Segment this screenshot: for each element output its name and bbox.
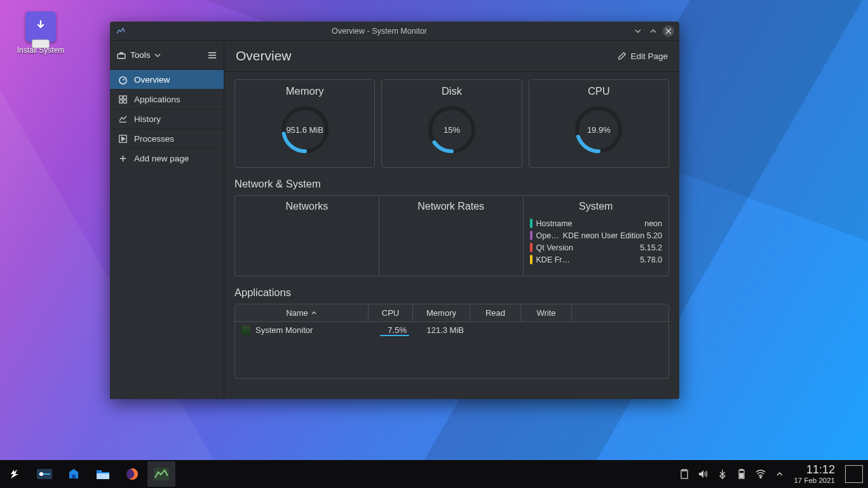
hamburger-menu[interactable] [207, 50, 217, 60]
column-header-spacer [572, 304, 668, 322]
sidebar-item-add-page[interactable]: Add new page [110, 149, 224, 168]
page-title: Overview [236, 48, 292, 64]
system-key: KDE Frameworks Version [536, 255, 574, 264]
grid-icon [118, 94, 128, 104]
desktop-icon-install-system[interactable]: Install System [14, 11, 67, 55]
svg-rect-3 [123, 95, 126, 98]
sidebar-item-processes[interactable]: Processes [110, 129, 224, 149]
column-header-write[interactable]: Write [521, 304, 572, 322]
app-memory: 121.3 MiB [413, 325, 470, 335]
system-col: System Hostname neon Ope… KDE neon User … [524, 196, 668, 276]
app-icon [241, 326, 250, 335]
system-value: neon [576, 219, 663, 228]
bluetooth-icon[interactable] [717, 469, 728, 479]
taskbar: 11:12 17 Feb 2021 [0, 460, 868, 488]
color-bar [530, 243, 532, 252]
system-tray [679, 469, 789, 479]
titlebar[interactable]: Overview - System Monitor [110, 22, 679, 41]
disk-value: 15% [423, 101, 480, 158]
memory-gauge: 951.6 MiB [276, 101, 334, 158]
sidebar-item-label: Processes [134, 134, 174, 144]
system-value: KDE neon User Edition 5.20 [563, 231, 662, 240]
sidebar-item-label: Applications [134, 95, 180, 104]
taskbar-settings-icon[interactable] [31, 461, 58, 487]
volume-icon[interactable] [698, 469, 709, 479]
applications-table: Name CPU Memory Read Write System Monito… [234, 304, 669, 379]
window-title: Overview - System Monitor [126, 27, 632, 36]
taskbar-discover-icon[interactable] [60, 461, 88, 487]
cpu-gauge: 19.9% [570, 101, 627, 158]
app-cpu: 7.5% [369, 325, 413, 335]
svg-point-25 [760, 477, 761, 478]
color-bar [530, 231, 532, 240]
column-header-cpu[interactable]: CPU [369, 304, 413, 322]
svg-rect-24 [740, 473, 743, 478]
taskbar-firefox-icon[interactable] [118, 461, 146, 487]
disk-card: Disk 15% [381, 79, 522, 168]
taskbar-files-icon[interactable] [89, 461, 117, 487]
maximize-button[interactable] [648, 25, 659, 37]
chevron-down-icon [154, 52, 161, 58]
tools-menu[interactable]: Tools [116, 50, 161, 60]
main-panel: Overview Edit Page Memory 951.6 MiB [224, 41, 679, 399]
system-title: System [530, 201, 662, 212]
show-desktop-button[interactable] [845, 465, 863, 483]
app-icon [115, 25, 126, 37]
svg-rect-23 [740, 469, 743, 470]
clipboard-icon[interactable] [679, 469, 689, 479]
system-info-row: Hostname neon [530, 217, 662, 229]
svg-rect-4 [119, 100, 122, 103]
sidebar: Tools Overview Applications [110, 41, 224, 399]
disk-gauge: 15% [423, 101, 480, 158]
column-header-name[interactable]: Name [235, 304, 369, 322]
system-value: 5.15.2 [577, 243, 662, 252]
svg-rect-0 [118, 54, 125, 58]
network-rates-title: Network Rates [386, 201, 517, 212]
network-icon[interactable] [756, 469, 766, 479]
column-header-memory[interactable]: Memory [413, 304, 470, 322]
sort-asc-icon [311, 310, 317, 316]
svg-rect-17 [97, 473, 109, 479]
svg-rect-2 [119, 95, 122, 98]
minimize-button[interactable] [632, 25, 644, 37]
line-chart-icon [118, 114, 128, 124]
table-header: Name CPU Memory Read Write [235, 304, 668, 322]
sidebar-item-history[interactable]: History [110, 109, 224, 129]
clock[interactable]: 11:12 17 Feb 2021 [789, 463, 840, 485]
disk-card-title: Disk [387, 85, 516, 97]
system-value: 5.78.0 [578, 255, 662, 264]
edit-page-label: Edit Page [630, 51, 668, 61]
network-rates-col: Network Rates [379, 196, 524, 276]
clock-time: 11:12 [794, 463, 835, 477]
system-info-row: Ope… KDE neon User Edition 5.20 [530, 229, 662, 241]
battery-icon[interactable] [736, 469, 747, 479]
tray-expand-icon[interactable] [775, 469, 785, 479]
sidebar-item-overview[interactable]: Overview [110, 70, 224, 90]
toolbox-icon [116, 50, 126, 60]
networks-title: Networks [241, 201, 372, 212]
start-menu-button[interactable] [1, 461, 29, 487]
network-system-panel: Networks Network Rates System Hostname n… [234, 195, 669, 276]
table-row[interactable]: System Monitor 7.5% 121.3 MiB [235, 322, 668, 338]
svg-rect-5 [123, 100, 126, 103]
memory-value: 951.6 MiB [276, 101, 334, 158]
system-info-row: Qt Version 5.15.2 [530, 241, 662, 254]
sidebar-item-applications[interactable]: Applications [110, 90, 224, 109]
column-header-read[interactable]: Read [470, 304, 521, 322]
gauge-icon [118, 74, 128, 85]
system-key: Qt Version [536, 243, 573, 252]
edit-page-button[interactable]: Edit Page [618, 51, 668, 61]
cpu-card-title: CPU [534, 85, 663, 97]
networks-col: Networks [235, 196, 379, 276]
sidebar-item-label: History [134, 114, 161, 124]
applications-title: Applications [234, 287, 669, 299]
system-key: Ope… [536, 231, 559, 240]
tools-label: Tools [130, 50, 151, 60]
clock-date: 17 Feb 2021 [794, 477, 835, 485]
taskbar-system-monitor[interactable] [147, 461, 175, 487]
install-icon [25, 11, 56, 42]
cpu-value: 19.9% [570, 101, 627, 158]
close-button[interactable] [663, 25, 674, 37]
memory-card: Memory 951.6 MiB [234, 79, 375, 168]
color-bar [530, 219, 532, 228]
